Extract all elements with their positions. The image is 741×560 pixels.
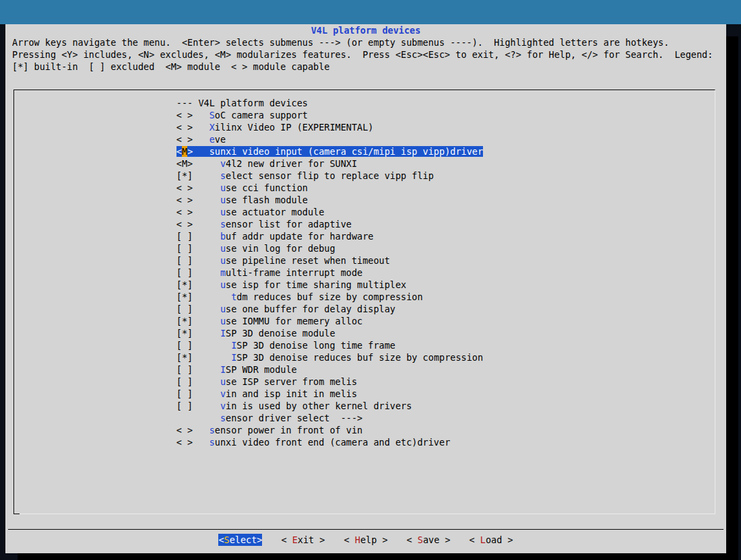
menu-item[interactable]: [ ] buf addr update for hardware: [12, 230, 483, 242]
instructions-line-1: Arrow keys navigate the menu. <Enter> se…: [12, 36, 669, 48]
menu-item[interactable]: < > Xilinx Video IP (EXPERIMENTAL): [12, 121, 483, 133]
menu-item[interactable]: <M> v4l2 new driver for SUNXI: [12, 158, 483, 170]
menu-item[interactable]: [ ] use ISP server from melis: [12, 376, 483, 388]
instructions-line-2: Pressing <Y> includes, <N> excludes, <M>…: [12, 48, 713, 61]
menu-item[interactable]: < > use cci function: [12, 182, 483, 194]
menu-item[interactable]: [*] ISP 3D denoise reduces buf size by c…: [12, 351, 483, 363]
save-button[interactable]: < Save >: [407, 534, 451, 546]
menu-item[interactable]: --- V4L platform devices: [12, 97, 483, 109]
menu-item[interactable]: [ ] vin is used by other kernel drivers: [12, 400, 483, 412]
title-bar: .config - Linux/arm 4.9.191 Kernel Confi…: [0, 0, 741, 24]
menu-item[interactable]: < > sensor power in front of vin: [12, 424, 483, 436]
menu-item[interactable]: [*] select sensor flip to replace vipp f…: [12, 170, 483, 182]
menu-item[interactable]: [ ] use one buffer for delay display: [12, 303, 483, 315]
menu-item[interactable]: < > SoC camera support: [12, 109, 483, 121]
menu-box-corner: [13, 514, 20, 514]
dialog-shadow-bottom: [18, 553, 726, 560]
menu-item[interactable]: [*] use IOMMU for memery alloc: [12, 315, 483, 327]
button-row: <Select>< Exit >< Help >< Save >< Load >: [5, 534, 726, 546]
menu-item[interactable]: < > use flash module: [12, 194, 483, 206]
menu-item[interactable]: [*] ISP 3D denoise module: [12, 327, 483, 339]
menu-item[interactable]: sensor driver select --->: [12, 412, 483, 424]
menu-item[interactable]: <M> sunxi video input (camera csi/mipi i…: [12, 145, 483, 158]
menu-item[interactable]: [ ] use vin log for debug: [12, 242, 483, 254]
exit-button[interactable]: < Exit >: [281, 534, 325, 546]
load-button[interactable]: < Load >: [470, 534, 513, 546]
button-separator: [8, 529, 723, 530]
menu-item[interactable]: < > eve: [12, 133, 483, 145]
menu-item[interactable]: [ ] use pipeline reset when timeout: [12, 254, 483, 267]
menu-item[interactable]: [ ] multi-frame interrupt mode: [12, 267, 483, 279]
menu-item[interactable]: < > sensor list for adaptive: [12, 218, 483, 230]
menuconfig-dialog: V4L platform devices Arrow keys navigate…: [5, 24, 726, 553]
menu-item[interactable]: [ ] ISP WDR module: [12, 363, 483, 376]
select-button[interactable]: <Select>: [218, 534, 262, 546]
dialog-shadow-right: [726, 36, 738, 560]
help-button[interactable]: < Help >: [344, 534, 387, 546]
menu-item[interactable]: [ ] ISP 3D denoise long time frame: [12, 339, 483, 351]
menu-list: --- V4L platform devices < > SoC camera …: [12, 97, 483, 448]
legend-line: [*] built-in [ ] excluded <M> module < >…: [12, 61, 329, 73]
menu-item[interactable]: < > sunxi video front end (camera and et…: [12, 436, 483, 448]
menu-item[interactable]: [*] tdm reduces buf size by compression: [12, 291, 483, 303]
menu-item[interactable]: [ ] vin and isp init in melis: [12, 388, 483, 400]
menu-item[interactable]: < > use actuator module: [12, 206, 483, 218]
dialog-title: V4L platform devices: [5, 24, 726, 36]
menu-item[interactable]: [*] use isp for time sharing multiplex: [12, 279, 483, 291]
